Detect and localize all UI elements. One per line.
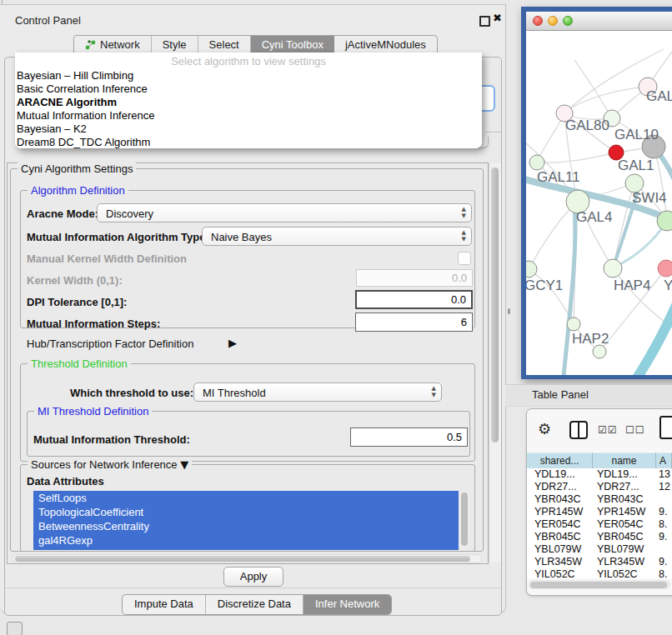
table-row[interactable]: YDL19...YDL19...13 xyxy=(527,468,672,481)
dropdown-item-selected[interactable]: ARACNE Algorithm xyxy=(15,96,482,109)
table-horizontal-scrollbar[interactable] xyxy=(529,580,670,589)
group-title: MI Threshold Definition xyxy=(34,405,152,418)
column-header[interactable]: A xyxy=(656,452,672,468)
dropdown-item[interactable]: Basic Correlation Inference xyxy=(15,82,482,96)
network-window-titlebar[interactable] xyxy=(526,12,672,31)
mi-steps-label: Mutual Information Steps: xyxy=(27,318,160,330)
table-row[interactable]: YLR345WYLR345W9. xyxy=(527,556,672,568)
scrollbar-thumb[interactable] xyxy=(491,168,499,442)
attribute-item-selected[interactable]: TopologicalCoefficient xyxy=(33,505,459,519)
data-attributes-list: SelfLoops TopologicalCoefficient Between… xyxy=(33,491,459,550)
zoom-traffic-light-icon[interactable] xyxy=(563,16,573,26)
network-view-window[interactable]: GAL GAL80 GAL10 GAL1 GAL11 SWI4 GAL4 GCY… xyxy=(521,7,672,379)
expand-right-icon[interactable]: ▶ xyxy=(228,337,237,349)
stepper-arrows-icon: ▲▼ xyxy=(462,229,466,242)
mi-threshold-field[interactable]: 0.5 xyxy=(350,428,468,447)
node xyxy=(567,318,580,331)
group-title: Sources for Network Inference ▼ xyxy=(28,458,192,471)
attribute-item-selected[interactable]: BetweennessCentrality xyxy=(33,519,459,533)
aracne-mode-select[interactable]: Discovery ▲▼ xyxy=(97,203,472,222)
dropdown-item[interactable]: Bayesian – K2 xyxy=(15,122,482,136)
tab-impute-data[interactable]: Impute Data xyxy=(123,595,206,614)
close-icon[interactable]: ✖ xyxy=(493,12,502,24)
which-threshold-select[interactable]: MI Threshold ▲▼ xyxy=(193,382,442,402)
divider xyxy=(5,588,500,588)
bottom-tabs: Impute Data Discretize Data Infer Networ… xyxy=(122,594,392,615)
network-canvas[interactable]: GAL GAL80 GAL10 GAL1 GAL11 SWI4 GAL4 GCY… xyxy=(526,31,672,375)
table-row[interactable]: YBR045CYBR045C9. xyxy=(527,531,672,543)
dropdown-item[interactable]: Dream8 DC_TDC Algorithm xyxy=(15,136,482,149)
tab-infer-network[interactable]: Infer Network xyxy=(303,595,391,614)
divider xyxy=(485,132,501,132)
apply-button[interactable]: Apply xyxy=(223,567,283,587)
kernel-width-label: Kernel Width (0,1): xyxy=(27,274,123,287)
collapse-down-icon[interactable]: ▼ xyxy=(180,458,188,471)
table-row[interactable]: YER054CYER054C8. xyxy=(527,518,672,531)
node-label: GAL10 xyxy=(614,127,659,142)
control-panel-title: Control Panel xyxy=(15,14,81,27)
manual-kernel-label: Manual Kernel Width Definition xyxy=(27,252,187,265)
dpi-tolerance-label: DPI Tolerance [0,1]: xyxy=(27,296,127,308)
node-label: GAL11 xyxy=(537,169,580,185)
dropdown-placeholder: Select algorithm to view settings xyxy=(15,55,482,69)
which-threshold-label: Which threshold to use: xyxy=(70,387,193,399)
tab-discretize-data[interactable]: Discretize Data xyxy=(206,595,303,614)
vertical-scrollbar[interactable] xyxy=(489,163,501,562)
network-icon xyxy=(85,39,96,50)
splitpane-handle[interactable] xyxy=(508,308,510,314)
list-scrollbar[interactable] xyxy=(460,491,469,550)
minimized-panel-icon[interactable] xyxy=(7,622,23,635)
hub-section-label[interactable]: Hub/Transcription Factor Definition xyxy=(27,338,193,350)
node-label: GAL80 xyxy=(565,118,609,133)
dropdown-item[interactable]: Mutual Information Inference xyxy=(15,109,482,122)
column-header[interactable]: name xyxy=(593,452,656,468)
node-label: SWI4 xyxy=(632,190,667,206)
table-row[interactable]: YBR043CYBR043C xyxy=(527,493,672,506)
mi-algorithm-type-select[interactable]: Naive Bayes ▲▼ xyxy=(202,227,472,246)
node xyxy=(529,155,544,170)
table-row[interactable]: YBL079WYBL079W xyxy=(527,543,672,556)
scrollbar-thumb[interactable] xyxy=(461,492,468,546)
node-label: GAL4 xyxy=(576,209,612,225)
table-row[interactable]: YDR27...YDR27...12 xyxy=(527,481,672,493)
table-row[interactable]: YIL052CYIL052C8. xyxy=(527,568,672,578)
group-title: Algorithm Definition xyxy=(28,184,128,197)
network-graph: GAL GAL80 GAL10 GAL1 GAL11 SWI4 GAL4 GCY… xyxy=(526,31,672,375)
manual-kernel-checkbox[interactable] xyxy=(458,252,471,265)
tab-network-label: Network xyxy=(100,38,140,51)
scrollbar-thumb[interactable] xyxy=(530,582,667,588)
table-panel-header xyxy=(505,384,672,407)
close-traffic-light-icon[interactable] xyxy=(533,16,543,26)
column-header[interactable]: shared... xyxy=(527,452,593,468)
table-body: YDL19...YDL19...13 YDR27...YDR27...12 YB… xyxy=(527,468,672,578)
node xyxy=(604,259,622,278)
gear-icon[interactable]: ⚙ xyxy=(538,420,551,438)
table-row[interactable]: YPR145WYPR145W9. xyxy=(527,506,672,518)
attribute-item-selected[interactable]: SelfLoops xyxy=(33,491,459,505)
kernel-width-field: 0.0 xyxy=(356,269,473,287)
control-panel: Control Panel ✖ Network Style Select Cyn… xyxy=(0,4,506,613)
aracne-mode-label: Aracne Mode: xyxy=(27,208,98,220)
group-title: Cyni Algorithm Settings xyxy=(18,162,136,175)
minimize-traffic-light-icon[interactable] xyxy=(548,16,558,26)
table-panel-title: Table Panel xyxy=(532,388,589,401)
dpi-tolerance-field[interactable]: 0.0 xyxy=(355,290,473,309)
mi-steps-field[interactable]: 6 xyxy=(355,312,473,332)
node xyxy=(526,261,537,278)
data-attributes-label: Data Attributes xyxy=(27,475,104,488)
horizontal-scrollbar[interactable] xyxy=(12,554,482,563)
node-label: Y xyxy=(664,278,672,293)
node xyxy=(658,260,672,277)
stepper-arrows-icon: ▲▼ xyxy=(432,385,436,398)
float-window-icon[interactable] xyxy=(479,16,490,27)
node-label: HAP2 xyxy=(572,331,609,347)
stepper-arrows-icon: ▲▼ xyxy=(462,206,466,219)
checked-boxes-icon[interactable]: ☑☑ xyxy=(598,424,618,436)
function-icon[interactable] xyxy=(659,416,672,439)
node-label: GAL1 xyxy=(618,158,654,173)
dropdown-item[interactable]: Bayesian – Hill Climbing xyxy=(15,69,482,82)
columns-icon[interactable] xyxy=(569,421,588,439)
unchecked-boxes-icon[interactable]: ☐☐ xyxy=(625,424,645,436)
scrollbar-thumb[interactable] xyxy=(15,556,470,562)
attribute-item-selected[interactable]: gal4RGexp xyxy=(33,533,459,548)
